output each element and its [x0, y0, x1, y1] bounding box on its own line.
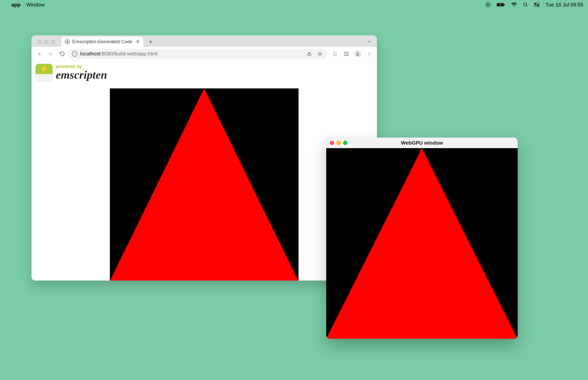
svg-rect-8	[534, 5, 539, 6]
native-window-title: WebGPU window	[326, 140, 518, 146]
emscripten-banner: ⚡ powered by emscripten	[35, 64, 107, 81]
svg-point-16	[369, 54, 369, 54]
avatar-icon	[354, 50, 361, 57]
chrome-browser-window: Emscripten-Generated Code ✕ ＋ i localhos…	[31, 35, 377, 281]
browser-viewport: ⚡ powered by emscripten	[31, 61, 377, 281]
battery-charging-icon[interactable]	[497, 2, 505, 7]
svg-point-14	[357, 52, 358, 54]
menubar-left: app Window	[5, 2, 45, 8]
tabs-dropdown-button[interactable]	[365, 38, 373, 46]
bookmark-star-icon[interactable]	[316, 49, 324, 59]
macos-menubar: app Window Tue 18 Jul 09:55	[0, 0, 588, 9]
svg-line-5	[526, 5, 527, 6]
nav-forward-button[interactable]	[46, 49, 56, 59]
tab-title: Emscripten-Generated Code	[72, 39, 132, 44]
svg-rect-12	[344, 52, 348, 56]
svg-rect-2	[504, 4, 505, 5]
menubar-right: Tue 18 Jul 09:55	[485, 2, 583, 8]
url-host: localhost	[80, 51, 100, 57]
window-close-button[interactable]	[37, 40, 41, 44]
wifi-icon[interactable]	[511, 2, 517, 7]
emscripten-name: emscripten	[56, 69, 107, 80]
red-triangle-icon	[326, 148, 518, 339]
profile-avatar-button[interactable]	[353, 49, 363, 59]
menubar-clock[interactable]: Tue 18 Jul 09:55	[545, 2, 583, 8]
window-zoom-button[interactable]	[51, 40, 56, 44]
share-icon[interactable]	[305, 49, 313, 59]
emscripten-text: powered by emscripten	[56, 64, 107, 80]
kebab-menu-icon[interactable]	[364, 49, 374, 59]
spotlight-search-icon[interactable]	[523, 2, 528, 7]
extensions-icon[interactable]	[330, 49, 340, 59]
window-controls	[37, 40, 59, 47]
webgl-canvas[interactable]	[110, 88, 299, 281]
window-minimize-button[interactable]	[44, 40, 48, 44]
native-app-window: WebGPU window	[326, 137, 518, 339]
emscripten-logo-icon: ⚡	[35, 64, 53, 81]
svg-point-9	[537, 5, 538, 6]
svg-point-7	[535, 3, 536, 4]
globe-icon	[65, 39, 70, 44]
browser-tab[interactable]: Emscripten-Generated Code ✕	[61, 37, 143, 47]
site-info-icon[interactable]: i	[72, 51, 77, 57]
play-circle-icon[interactable]	[485, 2, 491, 7]
side-panel-icon[interactable]	[341, 49, 351, 59]
browser-toolbar: i localhost:8080/build-web/app.html	[31, 47, 377, 61]
menubar-item-window[interactable]: Window	[26, 2, 44, 8]
reload-button[interactable]	[57, 49, 67, 59]
new-tab-button[interactable]: ＋	[146, 37, 155, 46]
red-triangle-icon	[110, 88, 299, 281]
url-path: :8080/build-web/app.html	[100, 51, 158, 57]
svg-rect-6	[534, 3, 539, 4]
native-canvas[interactable]	[326, 148, 518, 339]
window-minimize-button[interactable]	[337, 141, 341, 145]
menubar-app-name[interactable]: app	[11, 2, 20, 8]
svg-point-15	[369, 52, 369, 53]
tab-close-icon[interactable]: ✕	[136, 39, 140, 44]
window-zoom-button[interactable]	[343, 141, 347, 145]
svg-point-4	[524, 3, 527, 6]
control-center-icon[interactable]	[534, 2, 539, 7]
native-titlebar[interactable]: WebGPU window	[326, 137, 518, 148]
address-bar[interactable]: i localhost:8080/build-web/app.html	[68, 49, 327, 59]
svg-point-17	[369, 55, 369, 56]
nav-back-button[interactable]	[34, 49, 44, 59]
powered-by-label: powered by	[56, 64, 107, 69]
window-close-button[interactable]	[330, 141, 334, 145]
browser-tabstrip: Emscripten-Generated Code ✕ ＋	[31, 35, 377, 47]
